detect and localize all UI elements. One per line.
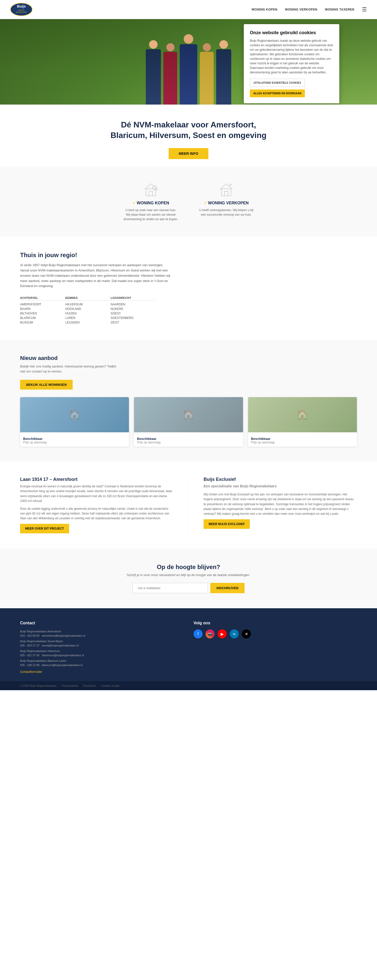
- region-col-2-header: EEMNES: [65, 296, 111, 301]
- prop-price: Prijs op aanvraag: [23, 441, 126, 444]
- social-icons: f 📷 ▶ in ✕: [194, 629, 357, 638]
- contact-row-2: Buijs Regiomakelaars Soest-Baarn 035 - 6…: [20, 639, 183, 648]
- person-1: [146, 40, 161, 105]
- contact-email-link[interactable]: hilversum@buijsregiomakelaars.nl: [42, 654, 84, 657]
- svg-text:REGIO: REGIO: [19, 9, 24, 11]
- region-item: ZEIST: [111, 320, 156, 325]
- region-item: LEUSDEN: [65, 320, 111, 325]
- contact-row-4: Buijs Regiomakelaars Blaricum-Laren 035 …: [20, 659, 183, 667]
- regions-table: ACHTERVEL AMERSFOORT BAARN BILTHOVEN BLA…: [20, 296, 357, 325]
- copyright: © 2025 Buijs Regiomakelaars: [20, 684, 57, 687]
- prop-price: Prijs op aanvraag: [137, 441, 240, 444]
- disclaimer-link[interactable]: Disclaimer: [83, 684, 96, 687]
- twitter-x-icon[interactable]: ✕: [242, 629, 251, 638]
- contact-email-link[interactable]: soest@buijsregiomakelaars.nl: [42, 644, 79, 647]
- social-heading: Volg ons: [194, 621, 357, 625]
- person-4: [200, 43, 214, 105]
- region-item: AMERSFOORT: [20, 302, 65, 307]
- svg-rect-8: [221, 189, 231, 196]
- laan-project-panel: Laan 1914 17 – Amersfoort Energie-neutra…: [20, 477, 188, 533]
- bekijk-woningen-button[interactable]: BEKIJK ALLE WONINGEN: [20, 380, 73, 390]
- footer-bottom: © 2025 Buijs Regiomakelaars Privacybelei…: [0, 681, 377, 690]
- footer-contact: Contact Buijs Regiomakelaars Amersfoort …: [20, 621, 183, 674]
- laan-body-1: Energie-neutraal én wonen in natuurlijk …: [20, 484, 173, 503]
- contact-email-link[interactable]: blaricum@buijsregiomakelaars.nl: [42, 663, 83, 667]
- service-kopen-title: ✓ WONING KOPEN: [123, 200, 178, 205]
- house-search-icon: [123, 182, 178, 197]
- region-section: Thuis in jouw regio! Al sinds 1957 helpt…: [0, 237, 377, 340]
- cookie-title: Onze website gebruikt cookies: [250, 30, 333, 35]
- newsletter-desc: Schrijf je in voor onze nieuwsbrief en b…: [10, 573, 367, 577]
- facebook-icon[interactable]: f: [194, 629, 202, 638]
- house-sell-icon: [199, 182, 254, 197]
- logo[interactable]: Buijs REGIO MAKELAARS: [10, 3, 33, 16]
- hamburger-menu[interactable]: ☰: [362, 6, 367, 13]
- newsletter-submit-button[interactable]: INSCHRIJVEN: [210, 583, 244, 593]
- region-intro: Al sinds 1957 helpt Buijs Regiomakelaars…: [20, 262, 171, 289]
- service-verkopen: ✓ WONING VERKOPEN U heeft verkoopplannen…: [199, 182, 254, 221]
- check-icon: ✓: [132, 200, 136, 205]
- contact-row-1: Buijs Regiomakelaars Amersfoort 033 - 42…: [20, 629, 183, 638]
- contact-form-link[interactable]: Contactformulier: [20, 670, 183, 674]
- laan-body-2: Door de unieke ligging ondervindt u alle…: [20, 506, 173, 521]
- exclusief-heading: Buijs Exclusief: [204, 477, 357, 482]
- svg-point-6: [153, 186, 157, 190]
- property-card[interactable]: Beschikbaar Prijs op aanvraag: [134, 397, 243, 447]
- prop-title: Beschikbaar: [23, 437, 126, 441]
- split-section: Laan 1914 17 – Amersfoort Energie-neutra…: [0, 462, 377, 549]
- region-item: HUIZEN: [65, 311, 111, 316]
- region-item: SOESTERBERG: [111, 316, 156, 320]
- nav-kopen[interactable]: WONING KOPEN: [251, 8, 277, 11]
- exclusief-subheading: Een specialisatie van Buijs Regiomakelaa…: [204, 484, 357, 488]
- region-col-2: EEMNES HILVERSUM HOOILAND HUIZEN LAREN L…: [65, 296, 111, 325]
- service-kopen-desc: U bent op zoek naar een nieuwe huis. Wij…: [123, 208, 178, 221]
- region-item: BLARICUM: [20, 316, 65, 320]
- cookie-banner: Onze website gebruikt cookies Buijs Regi…: [244, 24, 339, 103]
- contact-email-link[interactable]: amersfoort@buijsregiomakelaars.nl: [42, 634, 85, 637]
- prop-price: Prijs op aanvraag: [251, 441, 354, 444]
- instagram-icon[interactable]: 📷: [205, 629, 215, 638]
- svg-rect-5: [149, 191, 153, 196]
- footer: Contact Buijs Regiomakelaars Amersfoort …: [0, 608, 377, 681]
- footer-social: Volg ons f 📷 ▶ in ✕: [194, 621, 357, 674]
- cookie-essential-button[interactable]: UITSLUITEND ESSENTIËLE COOKIES: [250, 79, 305, 87]
- region-heading: Thuis in jouw regio!: [20, 251, 357, 259]
- exclusief-body: Wij richten ons met Buijs Exclusief op h…: [204, 492, 357, 516]
- linkedin-icon[interactable]: in: [230, 629, 239, 638]
- meer-info-button[interactable]: MEER INFO: [169, 148, 208, 159]
- newsletter-form: INSCHRIJVEN: [10, 583, 367, 593]
- region-col-3-header: LOOSDRECHT: [111, 296, 156, 301]
- property-card[interactable]: Beschikbaar Prijs op aanvraag: [248, 397, 357, 447]
- cookies-link[interactable]: Cookies maakt: [101, 684, 119, 687]
- region-item: HOOILAND: [65, 307, 111, 311]
- region-item: NIJKERK: [111, 307, 156, 311]
- heading-section: Dé NVM-makelaar voor Amersfoort, Blaricu…: [0, 105, 377, 167]
- region-item: LAREN: [65, 316, 111, 320]
- nieuw-aanbod-section: Nieuw aanbod Bekijk hier ons huidig aanb…: [0, 340, 377, 462]
- laan-heading: Laan 1914 17 – Amersfoort: [20, 477, 173, 482]
- cookie-accept-button[interactable]: ALLES ACCEPTEREN EN DOORGAAN: [250, 89, 305, 97]
- privacy-link[interactable]: Privacybeleid: [62, 684, 78, 687]
- cookie-text: Buijs Regiomakelaars maakt op deze websi…: [250, 38, 333, 75]
- service-kopen: ✓ WONING KOPEN U bent op zoek naar een n…: [123, 182, 178, 221]
- youtube-icon[interactable]: ▶: [218, 629, 227, 638]
- svg-rect-9: [224, 191, 228, 196]
- nieuw-aanbod-heading: Nieuw aanbod: [20, 355, 357, 361]
- service-verkopen-title: ✓ WONING VERKOPEN: [199, 200, 254, 205]
- service-verkopen-desc: U heeft verkoopplannen. Wij helpen u bij…: [199, 208, 254, 217]
- meer-exclusief-button[interactable]: MEER BUIJS EXCLUSIEF: [204, 519, 250, 529]
- main-heading: Dé NVM-makelaar voor Amersfoort, Blaricu…: [100, 119, 277, 140]
- svg-text:MAKELAARS: MAKELAARS: [16, 11, 27, 13]
- region-item: BILTHOVEN: [20, 311, 65, 316]
- region-item: BAARN: [20, 307, 65, 311]
- person-5: [216, 40, 231, 105]
- contact-row-3: Buijs Regiomakelaars Hilversum 035 - 621…: [20, 649, 183, 657]
- region-item: SOEST: [111, 311, 156, 316]
- meer-project-button[interactable]: MEER OVER DIT PROJECT: [20, 524, 69, 533]
- property-card[interactable]: Beschikbaar Prijs op aanvraag: [20, 397, 129, 447]
- person-2: [163, 43, 177, 105]
- nav-taxeren[interactable]: WONING TAXEREN: [325, 8, 355, 11]
- nav-verkopen[interactable]: WONING VERKOPEN: [285, 8, 317, 11]
- newsletter-email-input[interactable]: [132, 583, 208, 593]
- buijs-exclusief-panel: Buijs Exclusief Een specialisatie van Bu…: [188, 477, 357, 533]
